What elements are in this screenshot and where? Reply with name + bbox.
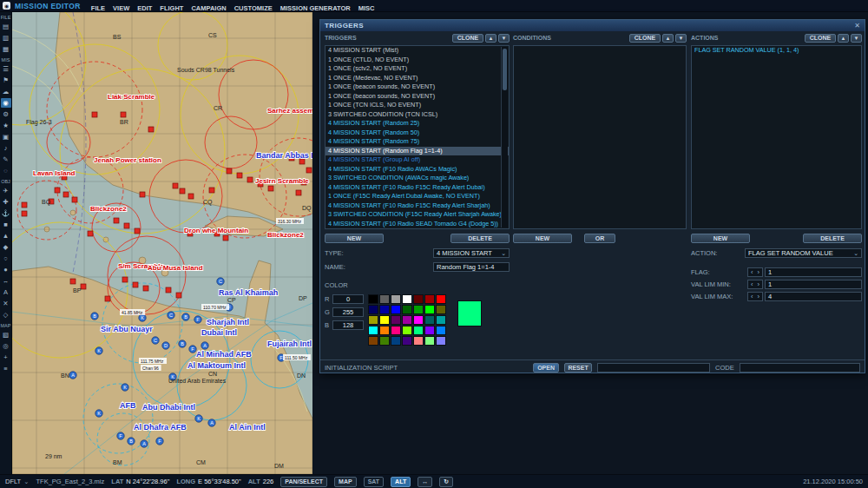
add-helicopter-icon[interactable]: ✚: [1, 197, 11, 207]
trigger-list-item[interactable]: 3 SWITCHED CONDITION (AWACs magic Awake): [326, 174, 509, 183]
code-input[interactable]: [740, 363, 860, 373]
add-vehicle-icon[interactable]: ■: [1, 220, 11, 229]
color-swatch[interactable]: [368, 326, 378, 335]
red-unit-marker[interactable]: [173, 183, 178, 188]
add-waypoint-icon[interactable]: ●: [1, 265, 11, 274]
red-unit-marker[interactable]: [296, 190, 301, 195]
color-swatch[interactable]: [424, 336, 435, 346]
color-swatch[interactable]: [413, 305, 424, 314]
trigger-list-item[interactable]: 4 MISSION START (F10 Radio F15C Ready Al…: [326, 183, 509, 193]
red-unit-marker[interactable]: [227, 168, 232, 174]
red-unit-marker[interactable]: [188, 194, 194, 199]
trigger-list-item[interactable]: 3 SWITCHED CONDITION (F15C Ready Alert S…: [326, 210, 509, 220]
red-unit-marker[interactable]: [148, 127, 154, 132]
spin-right-icon[interactable]: ›: [758, 293, 760, 300]
triggers-icon[interactable]: ◉: [1, 98, 11, 108]
color-swatch[interactable]: [379, 336, 390, 346]
red-unit-marker[interactable]: [140, 192, 145, 197]
trigger-list-item[interactable]: 4 MISSION START (Random Flag 1=1-4): [326, 147, 509, 156]
action-list-item[interactable]: FLAG SET RANDOM VALUE (1, 1, 4): [692, 46, 861, 56]
color-swatch[interactable]: [436, 305, 446, 314]
pan-select-button[interactable]: PAN/SELECT: [280, 477, 327, 487]
new-condition-button[interactable]: NEW: [513, 234, 572, 243]
red-unit-marker[interactable]: [133, 282, 138, 287]
color-swatch[interactable]: [368, 305, 378, 314]
color-swatch[interactable]: [391, 315, 401, 325]
menu-item-file[interactable]: FILE: [91, 4, 105, 12]
color-swatch[interactable]: [402, 294, 412, 304]
mission-goals-icon[interactable]: ★: [1, 121, 11, 130]
trigger-move-down-icon[interactable]: ▼: [498, 34, 510, 43]
g-value-input[interactable]: 255: [332, 307, 364, 317]
color-swatch[interactable]: [391, 326, 401, 335]
trigger-list-item[interactable]: 4 MISSION START (F10 Radio SEAD Tornado …: [326, 220, 509, 229]
menu-item-edit[interactable]: EDIT: [137, 4, 152, 12]
red-unit-marker[interactable]: [70, 279, 76, 284]
script-file-input[interactable]: [597, 363, 710, 373]
trigger-list-item[interactable]: 4 MISSION START (Random 25): [326, 119, 509, 129]
trigger-list-item[interactable]: 4 MISSION START (Random 75): [326, 137, 509, 147]
color-swatch[interactable]: [413, 315, 424, 325]
map-viewport[interactable]: KCBFCDBFAKAKKFBAFKAFFBKC316.30 MHz41.85 …: [12, 12, 312, 474]
triggers-scrollbar[interactable]: [501, 47, 508, 228]
val-lim-max-spinner[interactable]: ‹ ›: [747, 292, 763, 301]
color-swatch[interactable]: [424, 315, 435, 325]
red-unit-marker[interactable]: [135, 228, 140, 234]
b-value-input[interactable]: 128: [332, 320, 364, 330]
actions-list[interactable]: FLAG SET RANDOM VALUE (1, 1, 4): [691, 45, 862, 229]
red-unit-marker[interactable]: [122, 277, 128, 282]
trigger-list-item[interactable]: 1 ONCE (sctv2, NO EVENT): [326, 64, 509, 74]
red-unit-marker[interactable]: [176, 293, 181, 298]
flag-value-input[interactable]: 1: [765, 267, 862, 277]
trigger-list-item[interactable]: 4 MISSION START (F10 Radio AWACs Magic): [326, 165, 509, 175]
flag-spinner[interactable]: ‹ ›: [747, 267, 763, 277]
profile-select[interactable]: DFLT ⌄: [5, 478, 30, 485]
color-swatch[interactable]: [391, 305, 401, 314]
delete-action-button[interactable]: DELETE: [803, 234, 862, 243]
sat-view-button[interactable]: SAT: [364, 477, 384, 487]
scripts-icon[interactable]: ✎: [1, 155, 11, 164]
menu-item-mission-generator[interactable]: MISSION GENERATOR: [280, 4, 351, 12]
red-unit-marker[interactable]: [63, 192, 69, 197]
color-swatch[interactable]: [379, 315, 390, 325]
val-lim-min-spinner[interactable]: ‹ ›: [747, 280, 763, 289]
select-tool-icon[interactable]: ◇: [1, 310, 11, 320]
add-airplane-icon[interactable]: ✈: [1, 186, 11, 195]
weather-icon[interactable]: ☁: [1, 87, 11, 96]
color-swatch[interactable]: [424, 326, 435, 335]
measure-distance-icon[interactable]: ↔: [1, 276, 11, 286]
red-unit-marker[interactable]: [92, 112, 97, 117]
briefing-icon[interactable]: ⚑: [1, 76, 11, 85]
color-swatch[interactable]: [402, 336, 412, 346]
roads-toggle-icon[interactable]: ≡: [1, 364, 11, 373]
triggers-list[interactable]: 4 MISSION START (Mist)1 ONCE (CTLD, NO E…: [325, 45, 510, 229]
red-unit-marker[interactable]: [223, 235, 228, 241]
add-static-object-icon[interactable]: ▲: [1, 231, 11, 241]
red-unit-marker[interactable]: [81, 284, 86, 289]
trigger-list-item[interactable]: 1 ONCE (TCN ICLS, NO EVENT): [326, 101, 509, 110]
trigger-list-item[interactable]: 1 ONCE (Medevac, NO EVENT): [326, 74, 509, 83]
condition-move-down-icon[interactable]: ▼: [675, 34, 687, 43]
color-swatch[interactable]: [379, 305, 390, 314]
clone-trigger-button[interactable]: CLONE: [452, 34, 483, 43]
red-unit-marker[interactable]: [247, 177, 253, 182]
color-swatch[interactable]: [379, 326, 390, 335]
menu-item-view[interactable]: VIEW: [113, 4, 129, 12]
color-swatch[interactable]: [424, 294, 435, 304]
grid-toggle-icon[interactable]: +: [1, 353, 11, 362]
close-icon[interactable]: ✕: [854, 22, 860, 30]
spin-right-icon[interactable]: ›: [758, 280, 760, 288]
trigger-list-item[interactable]: 1 ONCE (beacon sounds, NO EVENT): [326, 92, 509, 102]
color-swatch[interactable]: [413, 336, 424, 346]
clone-condition-button[interactable]: CLONE: [629, 34, 661, 43]
color-swatch[interactable]: [436, 336, 446, 346]
mission-options-icon[interactable]: ☰: [1, 64, 11, 74]
val-lim-max-input[interactable]: 4: [765, 292, 862, 301]
r-value-input[interactable]: 0: [332, 294, 364, 304]
red-unit-marker[interactable]: [166, 287, 171, 293]
red-unit-marker[interactable]: [55, 188, 60, 193]
scrollbar-thumb[interactable]: [503, 49, 507, 90]
map-layers-icon[interactable]: ▧: [1, 330, 11, 340]
trigger-list-item[interactable]: 4 MISSION START (Group AI off): [326, 155, 509, 165]
new-trigger-button[interactable]: NEW: [325, 234, 384, 243]
